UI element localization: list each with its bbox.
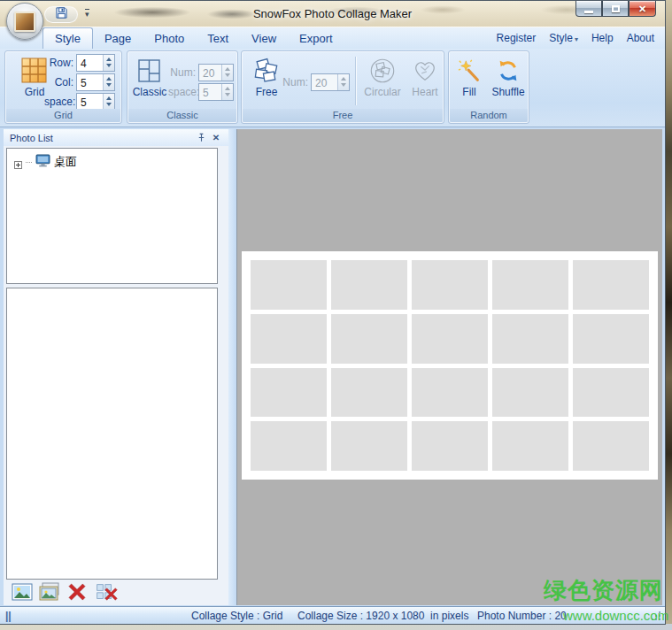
- collage-cell[interactable]: [492, 368, 568, 418]
- collage-cell[interactable]: [331, 421, 407, 471]
- col-label: Col:: [44, 76, 76, 88]
- classic-button[interactable]: Classic: [131, 56, 168, 98]
- collage-cell[interactable]: [492, 260, 568, 310]
- window-controls: ✕: [575, 1, 656, 17]
- collage-cell[interactable]: [331, 368, 407, 418]
- collage-cell[interactable]: [251, 260, 327, 310]
- photo-thumbnail-list: [6, 288, 218, 580]
- maximize-icon: [612, 5, 620, 12]
- collage-cell[interactable]: [331, 314, 407, 364]
- add-folder-button[interactable]: [38, 581, 61, 603]
- free-button[interactable]: Free: [249, 56, 284, 98]
- row-spinner[interactable]: 4: [76, 54, 115, 72]
- heart-button[interactable]: Heart: [406, 56, 444, 98]
- photo-tree: 桌面: [6, 148, 218, 284]
- group-label-grid: Grid: [6, 109, 120, 122]
- tab-export[interactable]: Export: [288, 27, 344, 49]
- free-num-spinner-buttons: [337, 74, 349, 90]
- photo-list-toolbar: [11, 581, 116, 603]
- collage-cell[interactable]: [251, 314, 327, 364]
- close-button[interactable]: ✕: [629, 1, 656, 17]
- tab-photo[interactable]: Photo: [143, 27, 196, 49]
- shuffle-button[interactable]: Shuffle: [488, 56, 529, 98]
- tab-style[interactable]: Style: [42, 27, 93, 49]
- style-menu-link[interactable]: Style▾: [549, 32, 578, 44]
- classic-fields: Num: 20 space: 5: [168, 63, 234, 102]
- collage-cell[interactable]: [492, 314, 568, 364]
- tab-text[interactable]: Text: [196, 27, 240, 49]
- free-num-spinner: 20: [311, 73, 350, 91]
- add-photo-button[interactable]: [11, 581, 34, 603]
- free-collage-icon: [252, 56, 281, 86]
- space-value: 5: [77, 94, 103, 110]
- about-link[interactable]: About: [627, 32, 654, 44]
- collage-cell[interactable]: [412, 421, 488, 471]
- circular-button[interactable]: Circular: [359, 56, 406, 98]
- customize-qat-dropdown-icon[interactable]: ▾: [85, 9, 89, 19]
- group-free: Free Num: 20 Circular: [241, 50, 444, 124]
- group-label-classic: Classic: [128, 109, 236, 122]
- group-label-free: Free: [243, 109, 443, 122]
- space-spinner[interactable]: 5: [76, 93, 115, 111]
- tab-page[interactable]: Page: [93, 27, 143, 49]
- panel-splitter[interactable]: [228, 129, 236, 605]
- grid-fields: Row: 4 Col: 5 space: 5: [44, 53, 115, 111]
- collage-cell[interactable]: [573, 314, 649, 364]
- register-link[interactable]: Register: [497, 32, 537, 44]
- free-num-value: 20: [312, 74, 337, 90]
- collage-cell[interactable]: [412, 368, 488, 418]
- panel-close-icon[interactable]: ✕: [210, 132, 222, 143]
- collage-cell[interactable]: [251, 368, 327, 418]
- collage-page[interactable]: [242, 251, 658, 480]
- col-spinner[interactable]: 5: [76, 73, 115, 91]
- tab-view[interactable]: View: [240, 27, 288, 49]
- free-num-label: Num:: [282, 76, 311, 88]
- group-label-random: Random: [450, 109, 528, 122]
- watermark-site-name: 绿色资源网: [544, 575, 663, 606]
- tree-expander-icon[interactable]: [14, 158, 22, 166]
- tree-item-label: 桌面: [54, 154, 77, 170]
- space-spinner-buttons[interactable]: [103, 94, 114, 110]
- collage-cell[interactable]: [412, 314, 488, 364]
- minimize-button[interactable]: [575, 1, 602, 17]
- photo-list-title: Photo List: [10, 133, 53, 143]
- maximize-button[interactable]: [602, 1, 629, 17]
- group-separator: [355, 57, 356, 105]
- free-fields: Num: 20: [282, 73, 350, 92]
- classic-layout-icon: [137, 56, 162, 86]
- classic-space-spinner-buttons: [221, 84, 233, 100]
- pin-icon[interactable]: [195, 132, 207, 143]
- app-window: SnowFox Photo Collage Maker ✕ ▾ Style Pa…: [0, 0, 666, 625]
- collage-cell[interactable]: [251, 421, 327, 471]
- help-link[interactable]: Help: [591, 32, 614, 44]
- remove-photo-button[interactable]: [66, 581, 89, 603]
- col-value: 5: [77, 74, 103, 90]
- tree-connector: [26, 162, 32, 163]
- desktop-icon: [35, 154, 50, 170]
- row-spinner-buttons[interactable]: [103, 55, 114, 71]
- tree-item-desktop[interactable]: 桌面: [7, 149, 217, 170]
- classic-num-label: Num:: [168, 66, 198, 79]
- collage-cell[interactable]: [573, 368, 649, 418]
- classic-space-value: 5: [199, 84, 221, 100]
- application-menu-button[interactable]: [6, 3, 43, 40]
- group-grid: Grid Row: 4 Col: 5: [4, 50, 122, 124]
- remove-all-photos-button[interactable]: [93, 581, 116, 603]
- row-value: 4: [77, 55, 103, 71]
- collage-canvas: [236, 129, 662, 605]
- group-random: Fill Shuffle Random: [448, 50, 529, 124]
- classic-space-label: space:: [168, 86, 198, 98]
- collage-cell[interactable]: [412, 260, 488, 310]
- fill-button[interactable]: Fill: [451, 56, 488, 98]
- ribbon-tabs: Style Page Photo Text View Export: [42, 27, 344, 49]
- collage-cell[interactable]: [573, 260, 649, 310]
- photo-list-panel: Photo List ✕ 桌面: [4, 129, 228, 605]
- collage-cell[interactable]: [573, 421, 649, 471]
- col-spinner-buttons[interactable]: [103, 74, 114, 90]
- save-icon[interactable]: [55, 6, 68, 23]
- classic-num-value: 20: [199, 65, 221, 81]
- collage-cell[interactable]: [492, 421, 568, 471]
- status-collage-style: Collage Style : Grid: [191, 610, 282, 622]
- collage-cell[interactable]: [331, 260, 407, 310]
- statusbar-grip: ||: [5, 610, 12, 622]
